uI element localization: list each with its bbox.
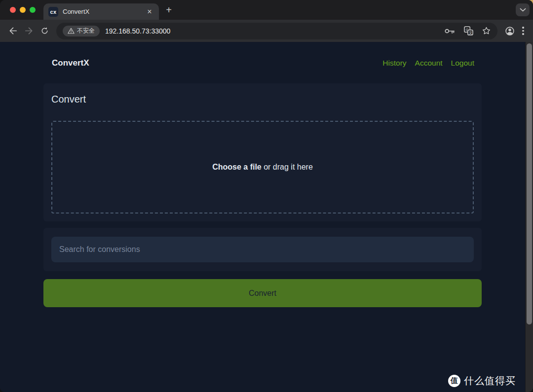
star-icon[interactable] xyxy=(482,26,491,36)
warning-triangle-icon xyxy=(68,28,75,34)
scrollbar-track[interactable] xyxy=(525,42,533,392)
choose-file-action[interactable]: Choose a file xyxy=(212,163,262,171)
convertx-page: ConvertX History Account Logout Convert … xyxy=(0,42,525,392)
close-tab-icon[interactable]: × xyxy=(145,7,154,16)
watermark-text: 什么值得买 xyxy=(464,374,516,388)
browser-toolbar: 不安全 192.168.50.73:33000 G文 xyxy=(0,20,533,42)
profile-icon xyxy=(504,26,515,36)
forward-icon xyxy=(24,26,34,36)
key-icon[interactable] xyxy=(444,28,456,35)
translate-icon[interactable]: G文 xyxy=(464,26,473,36)
nav-link-history[interactable]: History xyxy=(382,59,406,68)
new-tab-button[interactable]: + xyxy=(163,4,175,16)
nav-link-logout[interactable]: Logout xyxy=(451,59,474,68)
convert-button[interactable]: Convert xyxy=(43,279,482,307)
tab-title: ConvertX xyxy=(63,8,145,15)
site-header: ConvertX History Account Logout xyxy=(43,58,482,68)
svg-text:文: 文 xyxy=(469,31,473,35)
security-badge-label: 不安全 xyxy=(77,27,95,35)
profile-button[interactable] xyxy=(501,23,518,39)
url-text: 192.168.50.73:33000 xyxy=(105,27,444,35)
site-logo[interactable]: ConvertX xyxy=(52,58,89,68)
reload-button[interactable] xyxy=(37,23,52,39)
dropzone-hint: or drag it here xyxy=(262,163,313,171)
minimize-window-button[interactable] xyxy=(20,7,26,13)
convert-card: Convert Choose a file or drag it here xyxy=(43,83,482,221)
back-icon xyxy=(8,26,18,36)
dropzone-label: Choose a file or drag it here xyxy=(212,163,313,172)
back-button[interactable] xyxy=(5,23,21,39)
search-card xyxy=(43,228,482,271)
browser-tab-convertx[interactable]: cx ConvertX × xyxy=(43,3,159,20)
watermark: 值 什么值得买 xyxy=(448,374,516,388)
kebab-menu-icon xyxy=(522,27,524,29)
page-content: ConvertX History Account Logout Convert … xyxy=(0,42,533,392)
convert-card-title: Convert xyxy=(51,94,474,105)
close-window-button[interactable] xyxy=(10,7,16,13)
forward-button[interactable] xyxy=(21,23,37,39)
smzdm-logo-icon: 值 xyxy=(448,375,460,387)
address-bar[interactable]: 不安全 192.168.50.73:33000 G文 xyxy=(56,23,497,39)
omnibox-actions: G文 xyxy=(444,26,491,36)
tab-search-button[interactable] xyxy=(516,3,530,16)
browser-menu-button[interactable] xyxy=(518,23,528,39)
security-badge[interactable]: 不安全 xyxy=(63,26,100,36)
window-controls xyxy=(10,7,36,13)
nav-link-account[interactable]: Account xyxy=(415,59,443,68)
tab-bar: cx ConvertX × + xyxy=(0,0,533,20)
reload-icon xyxy=(40,27,49,35)
file-dropzone[interactable]: Choose a file or drag it here xyxy=(51,121,474,214)
chevron-down-icon xyxy=(520,8,526,12)
scrollbar-thumb[interactable] xyxy=(527,43,532,324)
favicon: cx xyxy=(48,7,58,17)
zoom-window-button[interactable] xyxy=(30,7,36,13)
search-conversions-input[interactable] xyxy=(51,237,474,262)
browser-window: cx ConvertX × + 不安全 192.168.50.73:33000 xyxy=(0,0,533,392)
main-nav: History Account Logout xyxy=(382,59,474,68)
